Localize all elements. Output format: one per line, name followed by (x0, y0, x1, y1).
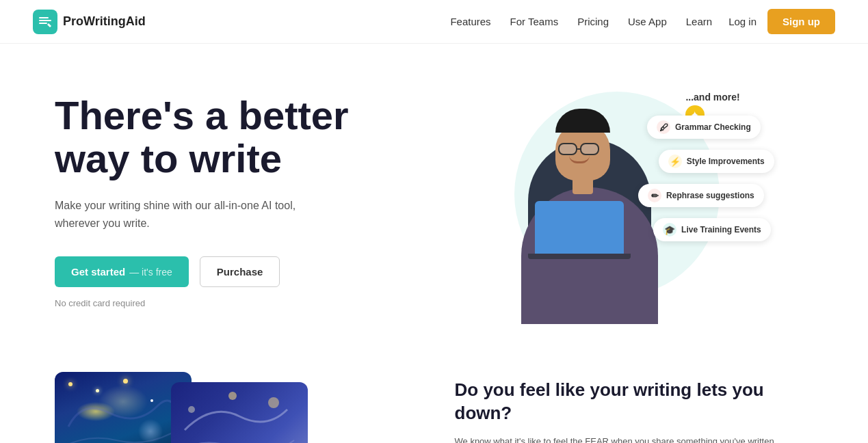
hero-buttons: Get started — it's free Purchase (55, 256, 434, 287)
logo-text: ProWritingAid (63, 14, 146, 29)
nav-features[interactable]: Features (450, 16, 490, 27)
svg-point-3 (268, 397, 279, 408)
logo-icon (33, 10, 57, 34)
nav-pricing[interactable]: Pricing (577, 16, 609, 27)
get-started-button[interactable]: Get started — it's free (55, 256, 189, 287)
signup-button[interactable]: Sign up (767, 9, 835, 34)
hero-subtitle: Make your writing shine with our all-in-… (55, 197, 328, 232)
feature-tag-training: 🎓 Live Training Events (653, 218, 771, 241)
hero-left: There's a better way to write Make your … (55, 94, 434, 309)
more-label: ...and more! (685, 92, 739, 103)
feature-tag-grammar: 🖊 Grammar Checking (647, 116, 761, 139)
lower-image-area: My idea in my head (55, 372, 414, 443)
grammar-icon: 🖊 (657, 120, 670, 134)
nav-learn[interactable]: Learn (686, 16, 712, 27)
svg-point-5 (228, 392, 237, 400)
login-link[interactable]: Log in (728, 16, 757, 27)
training-icon: 🎓 (663, 223, 676, 237)
lower-description: We know what it's like to feel the FEAR … (455, 435, 783, 443)
image-card-front: My idea in my head (171, 382, 308, 443)
feature-tag-rephrase: ✏ Rephrase suggestions (638, 184, 764, 207)
person-illustration (508, 105, 665, 324)
nav-use-app[interactable]: Use App (628, 16, 667, 27)
svg-rect-2 (39, 23, 47, 24)
lower-section: My idea in my head Do you feel like your… (0, 358, 868, 443)
rephrase-icon: ✏ (648, 189, 661, 202)
navbar: ProWritingAid Features For Teams Pricing… (0, 0, 868, 44)
logo-link[interactable]: ProWritingAid (33, 10, 146, 34)
nav-for-teams[interactable]: For Teams (510, 16, 559, 27)
lower-title: Do you feel like your writing lets you d… (455, 379, 814, 425)
style-icon: ⚡ (668, 155, 682, 168)
lower-right: Do you feel like your writing lets you d… (455, 372, 814, 443)
hero-right: ...and more! ✦ (434, 71, 814, 331)
hero-section: There's a better way to write Make your … (0, 44, 868, 358)
no-credit-text: No credit card required (55, 298, 434, 308)
svg-rect-1 (39, 20, 51, 21)
hero-title: There's a better way to write (55, 94, 434, 181)
feature-tag-style: ⚡ Style Improvements (659, 150, 774, 173)
hero-illustration: ...and more! ✦ (494, 78, 754, 324)
svg-rect-0 (39, 17, 49, 18)
svg-point-4 (188, 406, 195, 413)
purchase-button[interactable]: Purchase (200, 256, 280, 287)
nav-links: Features For Teams Pricing Use App Learn (450, 16, 712, 28)
